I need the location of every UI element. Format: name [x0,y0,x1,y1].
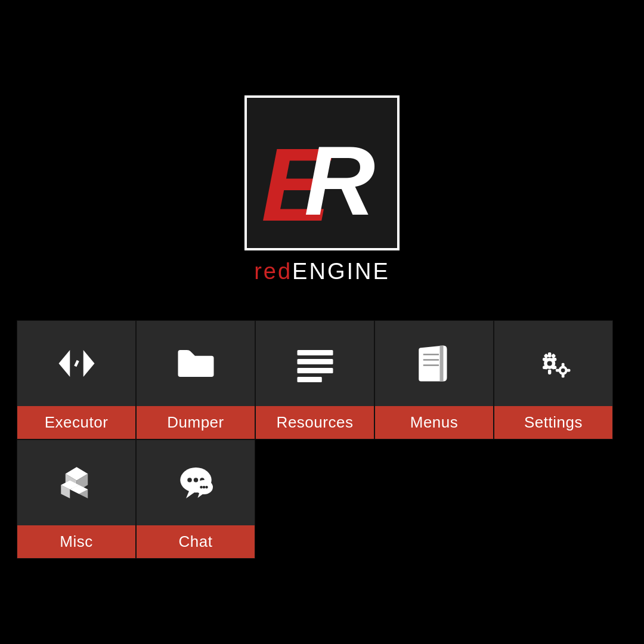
svg-rect-28 [561,374,564,377]
svg-rect-30 [566,369,570,372]
svg-marker-44 [197,493,205,498]
resources-icon-area [256,321,374,406]
svg-point-45 [200,486,203,489]
svg-point-26 [561,369,565,373]
gear-icon [531,341,576,386]
svg-rect-5 [297,350,333,355]
menus-icon-area [375,321,493,406]
svg-marker-39 [186,491,197,499]
chat-icon [174,460,218,505]
svg-rect-21 [543,354,549,359]
brand-white: ENGINE [292,259,390,284]
misc-button[interactable]: Misc [17,439,136,559]
brand-text: redENGINE [254,259,390,284]
svg-rect-22 [550,354,556,359]
book-icon [412,341,457,386]
executor-icon-area [17,321,135,406]
svg-rect-4 [74,360,79,367]
settings-icon-area [494,321,612,406]
svg-rect-9 [439,346,443,382]
executor-button[interactable]: Executor [17,320,136,439]
dumper-button[interactable]: Dumper [136,320,255,439]
svg-point-46 [202,486,205,489]
dumper-icon-area [137,321,255,406]
svg-marker-3 [83,350,94,377]
chat-icon-area [137,440,255,525]
svg-rect-15 [547,352,550,357]
svg-rect-27 [561,363,564,367]
resources-label: Resources [256,406,374,439]
misc-label: Misc [17,525,135,558]
brand-red: red [254,259,292,284]
folder-icon [174,341,218,386]
grid-row-1: Executor Dumper Resources [17,320,613,439]
logo-letters: E R [247,98,397,248]
menus-label: Menus [375,406,493,439]
dumper-label: Dumper [137,406,255,439]
misc-icon-area [17,440,135,525]
logo-box: E R [244,95,400,250]
menus-button[interactable]: Menus [374,320,494,439]
svg-rect-7 [297,368,333,373]
svg-point-14 [547,361,552,366]
svg-point-40 [187,478,192,482]
svg-rect-29 [555,369,559,372]
chat-label: Chat [137,525,255,558]
blocks-icon [54,460,99,505]
logo-section: E R redENGINE [244,95,400,284]
svg-point-41 [193,478,198,482]
svg-rect-8 [297,377,321,382]
svg-marker-2 [58,350,70,377]
menu-grid: Executor Dumper Resources [17,320,613,559]
resources-button[interactable]: Resources [255,320,374,439]
svg-rect-18 [552,358,556,361]
logo-svg: E R [250,101,394,244]
svg-rect-16 [547,370,550,374]
code-icon [54,341,99,386]
svg-point-47 [205,486,208,489]
svg-rect-6 [297,359,333,364]
svg-rect-17 [543,358,547,361]
executor-label: Executor [17,406,135,439]
chat-button[interactable]: Chat [136,439,255,559]
list-icon [293,341,338,386]
settings-button[interactable]: Settings [494,320,613,439]
grid-row-2: Misc Cha [17,439,613,559]
svg-text:R: R [304,126,375,236]
settings-label: Settings [494,406,612,439]
